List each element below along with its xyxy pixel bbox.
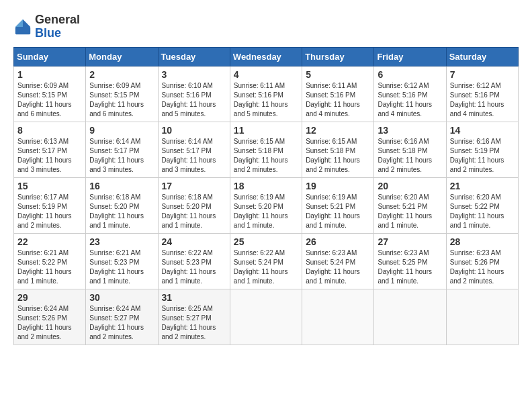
calendar-cell: 8 Sunrise: 6:13 AM Sunset: 5:17 PM Dayli… [14,122,86,177]
day-info: Sunrise: 6:20 AM Sunset: 5:21 PM Dayligh… [378,193,442,230]
calendar-cell: 17 Sunrise: 6:18 AM Sunset: 5:20 PM Dayl… [158,177,230,233]
sunrise-label: Sunrise: 6:22 AM [162,249,213,257]
day-number: 19 [306,181,370,191]
calendar-cell: 13 Sunrise: 6:16 AM Sunset: 5:18 PM Dayl… [374,122,446,177]
sunrise-label: Sunrise: 6:19 AM [306,193,357,201]
sunset-label: Sunset: 5:24 PM [306,259,355,266]
day-info: Sunrise: 6:24 AM Sunset: 5:27 PM Dayligh… [89,304,154,342]
day-info: Sunrise: 6:11 AM Sunset: 5:16 PM Dayligh… [234,81,298,119]
calendar-cell: 12 Sunrise: 6:15 AM Sunset: 5:18 PM Dayl… [302,122,374,177]
day-info: Sunrise: 6:19 AM Sunset: 5:20 PM Dayligh… [234,193,298,230]
svg-marker-1 [15,19,23,27]
sunrise-label: Sunrise: 6:17 AM [17,193,69,201]
page-header: General Blue [13,13,519,40]
calendar-cell: 23 Sunrise: 6:21 AM Sunset: 5:23 PM Dayl… [86,233,158,289]
day-number: 14 [450,125,515,136]
day-number: 6 [378,69,442,80]
logo-text: General Blue [35,13,80,40]
daylight-label: Daylight: 11 hours and 3 minutes. [162,156,216,173]
daylight-label: Daylight: 11 hours and 4 minutes. [306,101,360,118]
sunset-label: Sunset: 5:25 PM [378,259,427,266]
daylight-label: Daylight: 11 hours and 2 minutes. [234,156,288,173]
calendar-cell: 16 Sunrise: 6:18 AM Sunset: 5:20 PM Dayl… [86,177,158,233]
week-row-3: 15 Sunrise: 6:17 AM Sunset: 5:19 PM Dayl… [14,177,519,233]
sunset-label: Sunset: 5:22 PM [450,203,500,210]
weekday-header-sunday: Sunday [14,47,86,66]
sunrise-label: Sunrise: 6:20 AM [378,193,429,201]
daylight-label: Daylight: 11 hours and 6 minutes. [17,101,72,118]
daylight-label: Daylight: 11 hours and 1 minute. [234,268,288,285]
daylight-label: Daylight: 11 hours and 1 minute. [162,212,216,229]
sunrise-label: Sunrise: 6:23 AM [306,249,357,257]
calendar-cell [302,289,374,345]
sunset-label: Sunset: 5:27 PM [162,314,212,322]
daylight-label: Daylight: 11 hours and 2 minutes. [306,156,360,173]
sunrise-label: Sunrise: 6:10 AM [162,82,213,89]
day-number: 15 [17,181,82,191]
day-number: 8 [17,125,82,136]
sunset-label: Sunset: 5:17 PM [17,147,67,154]
sunset-label: Sunset: 5:17 PM [162,147,212,154]
daylight-label: Daylight: 11 hours and 4 minutes. [450,101,504,118]
day-number: 16 [89,181,154,191]
day-number: 17 [162,181,226,191]
weekday-header-wednesday: Wednesday [230,47,302,66]
sunset-label: Sunset: 5:26 PM [17,314,67,322]
sunset-label: Sunset: 5:18 PM [306,147,355,154]
calendar-cell: 4 Sunrise: 6:11 AM Sunset: 5:16 PM Dayli… [230,66,302,122]
logo-icon [13,17,32,36]
daylight-label: Daylight: 11 hours and 5 minutes. [234,101,288,118]
logo: General Blue [13,13,80,40]
day-info: Sunrise: 6:10 AM Sunset: 5:16 PM Dayligh… [162,81,226,119]
calendar-cell: 5 Sunrise: 6:11 AM Sunset: 5:16 PM Dayli… [302,66,374,122]
daylight-label: Daylight: 11 hours and 2 minutes. [89,324,144,340]
sunset-label: Sunset: 5:24 PM [234,259,283,266]
daylight-label: Daylight: 11 hours and 1 minute. [234,212,288,229]
day-info: Sunrise: 6:11 AM Sunset: 5:16 PM Dayligh… [306,81,370,119]
day-number: 24 [162,236,226,247]
daylight-label: Daylight: 11 hours and 1 minute. [378,212,432,229]
sunset-label: Sunset: 5:16 PM [378,91,427,99]
day-number: 9 [89,125,154,136]
day-number: 26 [306,236,370,247]
calendar-cell: 6 Sunrise: 6:12 AM Sunset: 5:16 PM Dayli… [374,66,446,122]
calendar-cell: 18 Sunrise: 6:19 AM Sunset: 5:20 PM Dayl… [230,177,302,233]
sunset-label: Sunset: 5:16 PM [162,91,212,99]
sunrise-label: Sunrise: 6:16 AM [450,138,501,145]
sunset-label: Sunset: 5:15 PM [89,91,139,99]
day-info: Sunrise: 6:25 AM Sunset: 5:27 PM Dayligh… [162,304,226,342]
weekday-header-tuesday: Tuesday [158,47,230,66]
calendar-cell: 15 Sunrise: 6:17 AM Sunset: 5:19 PM Dayl… [14,177,86,233]
day-number: 1 [17,69,82,80]
day-info: Sunrise: 6:23 AM Sunset: 5:25 PM Dayligh… [378,248,442,286]
calendar-body: 1 Sunrise: 6:09 AM Sunset: 5:15 PM Dayli… [14,66,519,345]
calendar-cell: 20 Sunrise: 6:20 AM Sunset: 5:21 PM Dayl… [374,177,446,233]
sunrise-label: Sunrise: 6:12 AM [378,82,429,89]
day-number: 27 [378,236,442,247]
day-info: Sunrise: 6:14 AM Sunset: 5:17 PM Dayligh… [162,137,226,175]
daylight-label: Daylight: 11 hours and 2 minutes. [378,156,432,173]
day-number: 28 [450,236,515,247]
daylight-label: Daylight: 11 hours and 1 minute. [89,268,144,285]
day-number: 31 [162,292,226,303]
sunrise-label: Sunrise: 6:23 AM [378,249,429,257]
daylight-label: Daylight: 11 hours and 2 minutes. [17,324,72,340]
daylight-label: Daylight: 11 hours and 1 minute. [450,212,504,229]
daylight-label: Daylight: 11 hours and 5 minutes. [162,101,216,118]
sunset-label: Sunset: 5:22 PM [17,259,67,266]
weekday-header-saturday: Saturday [446,47,518,66]
daylight-label: Daylight: 11 hours and 2 minutes. [162,324,216,340]
day-info: Sunrise: 6:21 AM Sunset: 5:23 PM Dayligh… [89,248,154,286]
sunrise-label: Sunrise: 6:09 AM [89,82,140,89]
sunset-label: Sunset: 5:16 PM [450,91,500,99]
day-number: 7 [450,69,515,80]
weekday-header-friday: Friday [374,47,446,66]
day-number: 29 [17,292,82,303]
day-number: 2 [89,69,154,80]
daylight-label: Daylight: 11 hours and 2 minutes. [450,156,504,173]
daylight-label: Daylight: 11 hours and 1 minute. [378,268,432,285]
day-info: Sunrise: 6:22 AM Sunset: 5:24 PM Dayligh… [234,248,298,286]
calendar-cell: 14 Sunrise: 6:16 AM Sunset: 5:19 PM Dayl… [446,122,518,177]
day-number: 18 [234,181,298,191]
day-info: Sunrise: 6:09 AM Sunset: 5:15 PM Dayligh… [89,81,154,119]
